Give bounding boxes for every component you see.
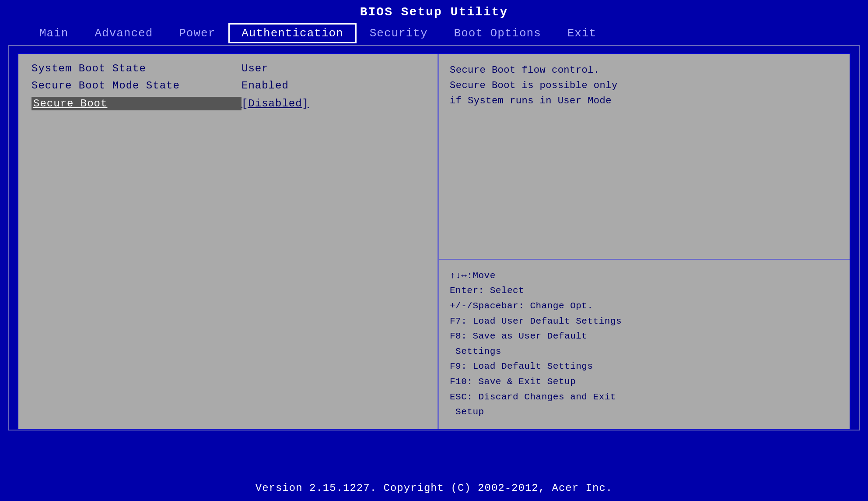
help-description-text: Secure Boot flow control.Secure Boot is … bbox=[450, 63, 839, 109]
title-bar: BIOS Setup Utility bbox=[0, 0, 868, 21]
status-bar-text: Version 2.15.1227. Copyright (C) 2002-20… bbox=[256, 482, 612, 494]
menu-item-security[interactable]: Security bbox=[357, 23, 441, 43]
system-boot-state-value: User bbox=[242, 63, 269, 74]
menu-item-advanced[interactable]: Advanced bbox=[81, 23, 166, 43]
app-title: BIOS Setup Utility bbox=[360, 5, 508, 19]
help-description: Secure Boot flow control.Secure Boot is … bbox=[439, 54, 850, 260]
setting-row-secure-boot[interactable]: Secure Boot [Disabled] bbox=[32, 97, 424, 110]
content-border: System Boot State User Secure Boot Mode … bbox=[8, 45, 860, 430]
menu-bar: Main Advanced Power Authentication Secur… bbox=[0, 21, 868, 45]
key-help-section: ↑↓↔:Move Enter: Select +/-/Spacebar: Cha… bbox=[439, 260, 850, 429]
system-boot-state-label: System Boot State bbox=[32, 63, 242, 74]
right-panel: Secure Boot flow control.Secure Boot is … bbox=[438, 54, 850, 429]
menu-item-boot-options[interactable]: Boot Options bbox=[441, 23, 554, 43]
secure-boot-label[interactable]: Secure Boot bbox=[32, 97, 242, 110]
key-help-text: ↑↓↔:Move Enter: Select +/-/Spacebar: Cha… bbox=[450, 268, 839, 420]
secure-boot-value[interactable]: [Disabled] bbox=[242, 98, 309, 109]
status-bar: Version 2.15.1227. Copyright (C) 2002-20… bbox=[0, 475, 868, 501]
setting-row-system-boot-state: System Boot State User bbox=[32, 63, 424, 74]
menu-item-authentication[interactable]: Authentication bbox=[228, 23, 356, 43]
menu-item-main[interactable]: Main bbox=[26, 23, 81, 43]
secure-boot-mode-value: Enabled bbox=[242, 80, 289, 92]
menu-item-power[interactable]: Power bbox=[166, 23, 228, 43]
menu-item-exit[interactable]: Exit bbox=[554, 23, 609, 43]
setting-row-secure-boot-mode: Secure Boot Mode State Enabled bbox=[32, 80, 424, 92]
secure-boot-mode-label: Secure Boot Mode State bbox=[32, 80, 242, 92]
left-panel: System Boot State User Secure Boot Mode … bbox=[18, 54, 438, 429]
main-content: System Boot State User Secure Boot Mode … bbox=[18, 53, 850, 430]
